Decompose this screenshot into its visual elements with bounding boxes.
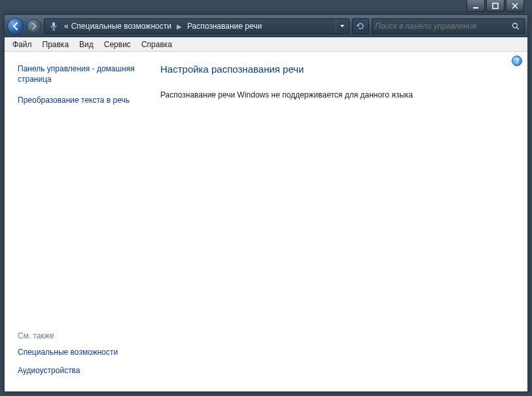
address-bar[interactable]: « Специальные возможности ▶ Распознавани… — [44, 18, 349, 34]
search-input[interactable] — [375, 22, 510, 31]
forward-button[interactable] — [27, 19, 41, 33]
maximize-button[interactable] — [486, 0, 505, 12]
menu-help[interactable]: Справка — [136, 39, 177, 50]
microphone-icon — [47, 20, 60, 33]
sidebar-link-tts[interactable]: Преобразование текста в речь — [18, 95, 138, 105]
navigation-bar: « Специальные возможности ▶ Распознавани… — [5, 15, 527, 37]
menu-edit[interactable]: Правка — [37, 39, 75, 50]
svg-rect-2 — [52, 22, 55, 27]
sidebar-link-ease-of-access[interactable]: Специальные возможности — [18, 347, 138, 357]
window-body: Панель управления - домашняя страница Пр… — [5, 52, 527, 391]
back-button[interactable] — [7, 18, 24, 35]
see-also-section: См. также Специальные возможности Аудиоу… — [18, 331, 138, 384]
content-area: ? Настройка распознавания речи Распознав… — [147, 52, 527, 391]
breadcrumb-prefix: « — [63, 22, 70, 31]
chevron-right-icon: ▶ — [173, 23, 186, 30]
control-panel-window: « Специальные возможности ▶ Распознавани… — [4, 14, 528, 392]
breadcrumb-parent[interactable]: Специальные возможности — [70, 22, 173, 31]
address-dropdown[interactable] — [336, 19, 347, 33]
svg-rect-0 — [473, 7, 478, 9]
svg-point-3 — [512, 23, 517, 27]
menu-view[interactable]: Вид — [74, 39, 99, 50]
minimize-button[interactable] — [467, 0, 485, 12]
menu-bar: Файл Правка Вид Сервис Справка — [5, 37, 527, 52]
see-also-header: См. также — [18, 331, 138, 340]
help-icon[interactable]: ? — [512, 56, 522, 66]
page-title: Настройка распознавания речи — [160, 63, 514, 75]
sidebar-link-home[interactable]: Панель управления - домашняя страница — [18, 63, 138, 84]
menu-service[interactable]: Сервис — [99, 39, 136, 50]
svg-rect-1 — [493, 3, 498, 9]
sidebar: Панель управления - домашняя страница Пр… — [5, 52, 147, 391]
search-box[interactable] — [372, 18, 525, 34]
close-button[interactable] — [506, 0, 524, 12]
status-message: Распознавание речи Windows не поддержива… — [160, 90, 514, 99]
menu-file[interactable]: Файл — [7, 39, 37, 50]
refresh-button[interactable] — [352, 18, 369, 34]
search-icon[interactable] — [510, 22, 522, 31]
sidebar-link-audio-devices[interactable]: Аудиоустройства — [18, 365, 138, 376]
breadcrumb-current[interactable]: Распознавание речи — [186, 22, 263, 31]
